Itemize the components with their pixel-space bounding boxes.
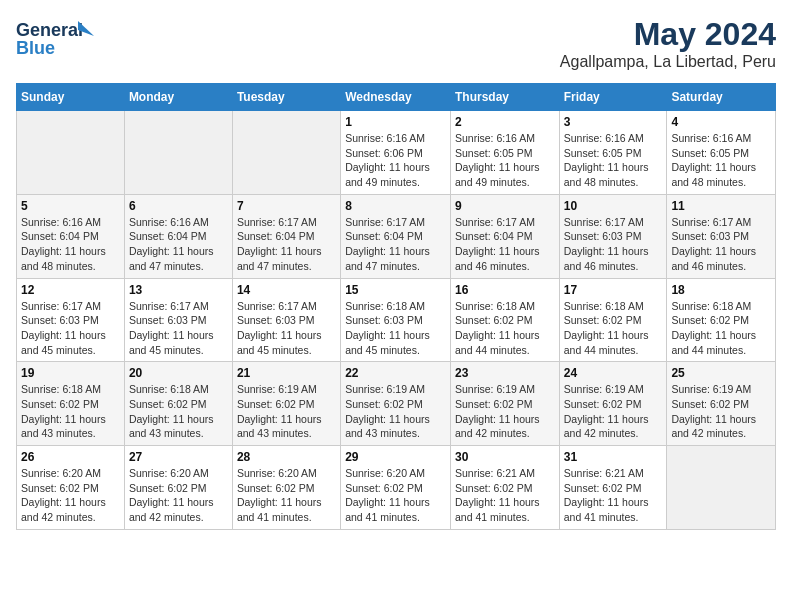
day-number: 11 — [671, 199, 771, 213]
day-number: 19 — [21, 366, 120, 380]
day-info: Sunrise: 6:17 AM Sunset: 6:03 PM Dayligh… — [671, 215, 771, 274]
calendar-cell: 16Sunrise: 6:18 AM Sunset: 6:02 PM Dayli… — [450, 278, 559, 362]
day-number: 25 — [671, 366, 771, 380]
calendar-cell: 21Sunrise: 6:19 AM Sunset: 6:02 PM Dayli… — [232, 362, 340, 446]
day-number: 13 — [129, 283, 228, 297]
calendar-cell: 11Sunrise: 6:17 AM Sunset: 6:03 PM Dayli… — [667, 194, 776, 278]
day-number: 4 — [671, 115, 771, 129]
calendar-cell: 23Sunrise: 6:19 AM Sunset: 6:02 PM Dayli… — [450, 362, 559, 446]
day-number: 27 — [129, 450, 228, 464]
day-info: Sunrise: 6:18 AM Sunset: 6:02 PM Dayligh… — [564, 299, 663, 358]
day-info: Sunrise: 6:19 AM Sunset: 6:02 PM Dayligh… — [455, 382, 555, 441]
day-number: 2 — [455, 115, 555, 129]
page-header: GeneralBlue May 2024 Agallpampa, La Libe… — [16, 16, 776, 71]
calendar-cell: 22Sunrise: 6:19 AM Sunset: 6:02 PM Dayli… — [341, 362, 451, 446]
calendar-week-row: 26Sunrise: 6:20 AM Sunset: 6:02 PM Dayli… — [17, 446, 776, 530]
day-info: Sunrise: 6:19 AM Sunset: 6:02 PM Dayligh… — [345, 382, 446, 441]
day-info: Sunrise: 6:17 AM Sunset: 6:04 PM Dayligh… — [237, 215, 336, 274]
weekday-header-wednesday: Wednesday — [341, 84, 451, 111]
day-info: Sunrise: 6:19 AM Sunset: 6:02 PM Dayligh… — [671, 382, 771, 441]
location-title: Agallpampa, La Libertad, Peru — [560, 53, 776, 71]
weekday-header-monday: Monday — [124, 84, 232, 111]
day-number: 24 — [564, 366, 663, 380]
day-info: Sunrise: 6:16 AM Sunset: 6:05 PM Dayligh… — [564, 131, 663, 190]
day-number: 23 — [455, 366, 555, 380]
calendar-cell: 28Sunrise: 6:20 AM Sunset: 6:02 PM Dayli… — [232, 446, 340, 530]
day-info: Sunrise: 6:17 AM Sunset: 6:03 PM Dayligh… — [237, 299, 336, 358]
calendar-cell: 1Sunrise: 6:16 AM Sunset: 6:06 PM Daylig… — [341, 111, 451, 195]
day-info: Sunrise: 6:20 AM Sunset: 6:02 PM Dayligh… — [21, 466, 120, 525]
calendar-cell: 6Sunrise: 6:16 AM Sunset: 6:04 PM Daylig… — [124, 194, 232, 278]
weekday-header-tuesday: Tuesday — [232, 84, 340, 111]
day-info: Sunrise: 6:18 AM Sunset: 6:02 PM Dayligh… — [671, 299, 771, 358]
calendar-cell: 13Sunrise: 6:17 AM Sunset: 6:03 PM Dayli… — [124, 278, 232, 362]
day-number: 17 — [564, 283, 663, 297]
calendar-cell: 8Sunrise: 6:17 AM Sunset: 6:04 PM Daylig… — [341, 194, 451, 278]
weekday-header-thursday: Thursday — [450, 84, 559, 111]
calendar-cell: 26Sunrise: 6:20 AM Sunset: 6:02 PM Dayli… — [17, 446, 125, 530]
day-info: Sunrise: 6:17 AM Sunset: 6:04 PM Dayligh… — [345, 215, 446, 274]
calendar-cell — [667, 446, 776, 530]
day-info: Sunrise: 6:18 AM Sunset: 6:02 PM Dayligh… — [21, 382, 120, 441]
day-info: Sunrise: 6:16 AM Sunset: 6:05 PM Dayligh… — [671, 131, 771, 190]
month-title: May 2024 — [560, 16, 776, 53]
svg-text:Blue: Blue — [16, 38, 55, 58]
calendar-cell: 15Sunrise: 6:18 AM Sunset: 6:03 PM Dayli… — [341, 278, 451, 362]
day-number: 12 — [21, 283, 120, 297]
svg-text:General: General — [16, 20, 83, 40]
day-number: 14 — [237, 283, 336, 297]
logo: GeneralBlue — [16, 16, 96, 60]
logo-svg: GeneralBlue — [16, 16, 96, 60]
day-info: Sunrise: 6:17 AM Sunset: 6:03 PM Dayligh… — [129, 299, 228, 358]
calendar-cell: 31Sunrise: 6:21 AM Sunset: 6:02 PM Dayli… — [559, 446, 667, 530]
day-number: 15 — [345, 283, 446, 297]
day-info: Sunrise: 6:19 AM Sunset: 6:02 PM Dayligh… — [564, 382, 663, 441]
calendar-cell: 17Sunrise: 6:18 AM Sunset: 6:02 PM Dayli… — [559, 278, 667, 362]
day-number: 21 — [237, 366, 336, 380]
day-number: 6 — [129, 199, 228, 213]
calendar-cell: 25Sunrise: 6:19 AM Sunset: 6:02 PM Dayli… — [667, 362, 776, 446]
day-number: 16 — [455, 283, 555, 297]
day-number: 22 — [345, 366, 446, 380]
day-number: 7 — [237, 199, 336, 213]
day-info: Sunrise: 6:17 AM Sunset: 6:03 PM Dayligh… — [21, 299, 120, 358]
weekday-header-saturday: Saturday — [667, 84, 776, 111]
calendar-cell: 12Sunrise: 6:17 AM Sunset: 6:03 PM Dayli… — [17, 278, 125, 362]
calendar-cell: 30Sunrise: 6:21 AM Sunset: 6:02 PM Dayli… — [450, 446, 559, 530]
weekday-header-row: SundayMondayTuesdayWednesdayThursdayFrid… — [17, 84, 776, 111]
day-number: 26 — [21, 450, 120, 464]
calendar-cell: 27Sunrise: 6:20 AM Sunset: 6:02 PM Dayli… — [124, 446, 232, 530]
calendar-cell: 19Sunrise: 6:18 AM Sunset: 6:02 PM Dayli… — [17, 362, 125, 446]
day-number: 18 — [671, 283, 771, 297]
calendar-cell: 18Sunrise: 6:18 AM Sunset: 6:02 PM Dayli… — [667, 278, 776, 362]
day-number: 31 — [564, 450, 663, 464]
day-info: Sunrise: 6:16 AM Sunset: 6:04 PM Dayligh… — [21, 215, 120, 274]
day-number: 30 — [455, 450, 555, 464]
calendar-cell — [17, 111, 125, 195]
day-info: Sunrise: 6:19 AM Sunset: 6:02 PM Dayligh… — [237, 382, 336, 441]
day-number: 8 — [345, 199, 446, 213]
calendar-cell: 2Sunrise: 6:16 AM Sunset: 6:05 PM Daylig… — [450, 111, 559, 195]
calendar-cell: 7Sunrise: 6:17 AM Sunset: 6:04 PM Daylig… — [232, 194, 340, 278]
day-info: Sunrise: 6:16 AM Sunset: 6:04 PM Dayligh… — [129, 215, 228, 274]
calendar-cell: 10Sunrise: 6:17 AM Sunset: 6:03 PM Dayli… — [559, 194, 667, 278]
calendar-cell: 3Sunrise: 6:16 AM Sunset: 6:05 PM Daylig… — [559, 111, 667, 195]
calendar-cell: 14Sunrise: 6:17 AM Sunset: 6:03 PM Dayli… — [232, 278, 340, 362]
calendar-week-row: 19Sunrise: 6:18 AM Sunset: 6:02 PM Dayli… — [17, 362, 776, 446]
title-block: May 2024 Agallpampa, La Libertad, Peru — [560, 16, 776, 71]
calendar-cell: 20Sunrise: 6:18 AM Sunset: 6:02 PM Dayli… — [124, 362, 232, 446]
day-info: Sunrise: 6:18 AM Sunset: 6:02 PM Dayligh… — [129, 382, 228, 441]
calendar-cell: 5Sunrise: 6:16 AM Sunset: 6:04 PM Daylig… — [17, 194, 125, 278]
day-info: Sunrise: 6:16 AM Sunset: 6:06 PM Dayligh… — [345, 131, 446, 190]
calendar-week-row: 1Sunrise: 6:16 AM Sunset: 6:06 PM Daylig… — [17, 111, 776, 195]
day-number: 28 — [237, 450, 336, 464]
day-info: Sunrise: 6:20 AM Sunset: 6:02 PM Dayligh… — [237, 466, 336, 525]
calendar-cell: 9Sunrise: 6:17 AM Sunset: 6:04 PM Daylig… — [450, 194, 559, 278]
day-info: Sunrise: 6:20 AM Sunset: 6:02 PM Dayligh… — [345, 466, 446, 525]
day-number: 5 — [21, 199, 120, 213]
day-number: 3 — [564, 115, 663, 129]
calendar-table: SundayMondayTuesdayWednesdayThursdayFrid… — [16, 83, 776, 530]
day-info: Sunrise: 6:20 AM Sunset: 6:02 PM Dayligh… — [129, 466, 228, 525]
calendar-cell: 29Sunrise: 6:20 AM Sunset: 6:02 PM Dayli… — [341, 446, 451, 530]
day-number: 9 — [455, 199, 555, 213]
